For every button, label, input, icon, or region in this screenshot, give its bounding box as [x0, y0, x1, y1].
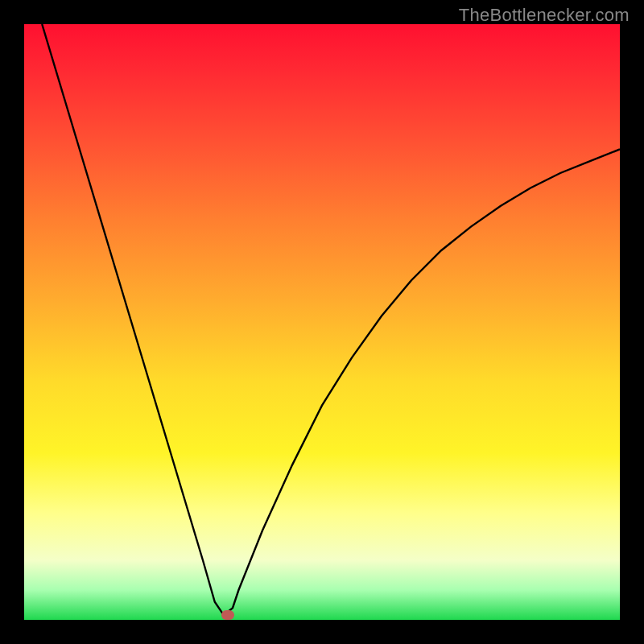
plot-area	[24, 24, 620, 620]
curve-layer	[24, 24, 620, 620]
watermark-text: TheBottlenecker.com	[459, 5, 630, 26]
optimum-marker	[221, 610, 234, 620]
bottleneck-curve	[42, 24, 620, 615]
